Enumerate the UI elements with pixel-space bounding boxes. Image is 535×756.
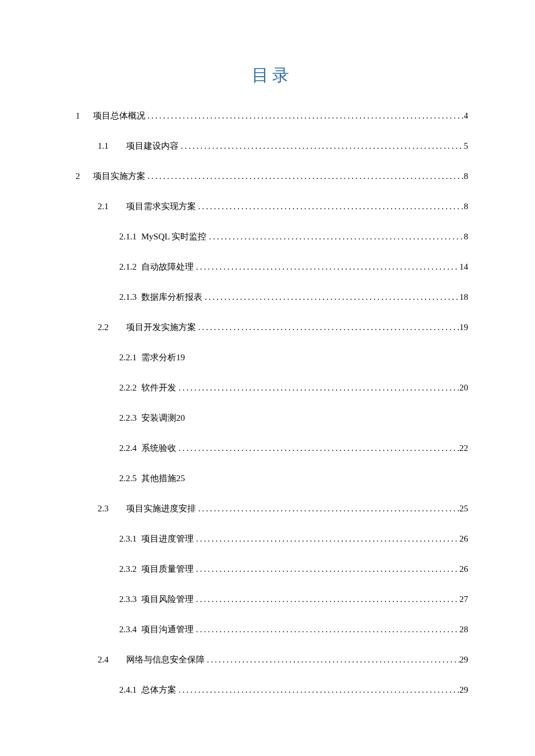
toc-entry: 2.3.4项目沟通管理28: [76, 624, 468, 635]
toc-entry: 2.4.1总体方案29: [76, 685, 468, 696]
toc-entry-number: 2.1.1: [119, 232, 137, 242]
toc-entry-page: 25: [459, 504, 468, 514]
toc-leader-dots: [196, 323, 459, 332]
toc-leader-dots: [176, 443, 459, 453]
toc-entry-number: 2.3: [98, 504, 109, 514]
toc-entry-text: 系统验收: [141, 443, 176, 454]
toc-entry: 2项目实施方案8: [76, 171, 468, 182]
toc-entry-text: 项目进度管理: [141, 533, 194, 544]
toc-entry-number: 2.3.4: [119, 625, 137, 635]
toc-leader-dots: [194, 594, 459, 604]
toc-entry: 2.2.1需求分析19: [76, 352, 468, 363]
toc-leader-dots: [145, 171, 464, 181]
toc-entry-text: 项目风险管理: [141, 594, 194, 605]
toc-entry: 2.3.1项目进度管理26: [76, 533, 468, 544]
toc-entry-page: 29: [459, 685, 468, 695]
toc-entry: 2.1.1MySQL 实时监控8: [76, 231, 468, 242]
toc-entry: 2.3项目实施进度安排25: [76, 503, 468, 514]
toc-entry-number: 2.2.5: [119, 474, 137, 483]
toc-entry: 2.2.3安装调测20: [76, 413, 468, 424]
toc-entry-number: 2.3.2: [119, 564, 137, 574]
toc-title: 目录: [76, 64, 468, 87]
toc-entry-number: 2: [76, 171, 80, 181]
toc-entry-text: 网络与信息安全保障: [126, 654, 205, 665]
toc-entry-text: 项目建设内容: [126, 141, 179, 152]
toc-entry: 2.4网络与信息安全保障29: [76, 654, 468, 665]
table-of-contents: 1项目总体概况41.1项目建设内容52项目实施方案82.1项目需求实现方案82.…: [76, 110, 468, 696]
toc-entry-page: 22: [459, 443, 468, 453]
toc-entry-page: 28: [459, 625, 468, 635]
toc-leader-dots: [194, 564, 459, 574]
toc-entry-page: 25: [176, 474, 185, 483]
toc-entry-text: 安装调测: [141, 413, 176, 424]
toc-leader-dots: [202, 292, 459, 302]
toc-entry-number: 2.1: [98, 202, 109, 212]
toc-entry-page: 20: [459, 383, 468, 393]
toc-entry: 2.1项目需求实现方案8: [76, 201, 468, 212]
toc-leader-dots: [196, 504, 459, 514]
toc-entry-page: 29: [459, 655, 468, 665]
toc-entry-page: 19: [459, 323, 468, 332]
toc-entry-page: 20: [176, 413, 185, 423]
toc-entry: 2.2.5其他措施25: [76, 473, 468, 484]
toc-entry-number: 1.1: [98, 141, 109, 151]
toc-entry-number: 2.2.1: [119, 353, 137, 363]
toc-entry-text: 软件开发: [141, 382, 176, 393]
toc-entry-page: 5: [464, 141, 469, 151]
toc-entry: 2.2.2软件开发20: [76, 382, 468, 393]
toc-entry-text: 需求分析: [141, 352, 176, 363]
toc-entry-text: 自动故障处理: [141, 261, 194, 273]
toc-entry-text: 其他措施: [141, 473, 176, 484]
toc-entry: 2.3.2项目质量管理26: [76, 564, 468, 575]
toc-entry-text: 项目实施进度安排: [126, 503, 196, 514]
toc-leader-dots: [205, 655, 459, 665]
toc-entry-number: 2.4: [98, 655, 109, 665]
toc-entry-page: 8: [464, 232, 469, 242]
toc-leader-dots: [194, 625, 459, 635]
toc-entry-page: 26: [459, 564, 468, 574]
toc-entry-number: 2.2.4: [119, 443, 137, 453]
toc-entry-text: 项目总体概况: [93, 110, 145, 121]
toc-entry: 2.2.4系统验收22: [76, 443, 468, 454]
toc-entry-text: 项目沟通管理: [141, 624, 194, 635]
toc-leader-dots: [176, 685, 459, 695]
toc-entry-text: 项目需求实现方案: [126, 201, 196, 212]
toc-entry-text: 数据库分析报表: [141, 292, 202, 303]
toc-entry-page: 8: [464, 202, 469, 212]
toc-entry: 2.3.3项目风险管理27: [76, 594, 468, 605]
toc-entry: 2.1.3数据库分析报表18: [76, 292, 468, 303]
toc-leader-dots: [194, 262, 459, 272]
toc-entry-number: 2.2.3: [119, 413, 137, 423]
toc-leader-dots: [145, 111, 464, 121]
toc-entry-page: 4: [464, 111, 469, 121]
toc-leader-dots: [196, 202, 464, 212]
toc-leader-dots: [206, 232, 463, 242]
toc-entry: 1项目总体概况4: [76, 110, 468, 121]
toc-entry-number: 2.1.2: [119, 262, 137, 272]
toc-entry-page: 8: [464, 171, 469, 181]
toc-leader-dots: [179, 141, 464, 151]
toc-entry-text: MySQL 实时监控: [141, 231, 206, 242]
toc-entry-page: 14: [459, 262, 468, 272]
toc-entry-number: 2.4.1: [119, 685, 137, 695]
toc-entry-text: 项目开发实施方案: [126, 322, 196, 333]
toc-entry-page: 26: [459, 534, 468, 544]
toc-entry-page: 18: [459, 292, 468, 302]
toc-leader-dots: [194, 534, 459, 544]
toc-entry-text: 总体方案: [141, 685, 176, 696]
toc-entry-page: 27: [459, 594, 468, 604]
toc-entry-text: 项目质量管理: [141, 564, 194, 575]
toc-entry-number: 2.1.3: [119, 292, 137, 302]
toc-entry-page: 19: [176, 353, 185, 363]
toc-entry-number: 2.3.1: [119, 534, 137, 544]
toc-entry: 2.2项目开发实施方案19: [76, 322, 468, 333]
toc-entry-number: 2.3.3: [119, 594, 137, 604]
toc-entry-number: 2.2.2: [119, 383, 137, 393]
toc-entry-number: 1: [76, 111, 80, 121]
toc-entry: 2.1.2自动故障处理14: [76, 261, 468, 273]
toc-entry-number: 2.2: [98, 323, 109, 332]
toc-entry: 1.1项目建设内容5: [76, 141, 468, 152]
toc-leader-dots: [176, 383, 459, 393]
toc-entry-text: 项目实施方案: [93, 171, 145, 182]
